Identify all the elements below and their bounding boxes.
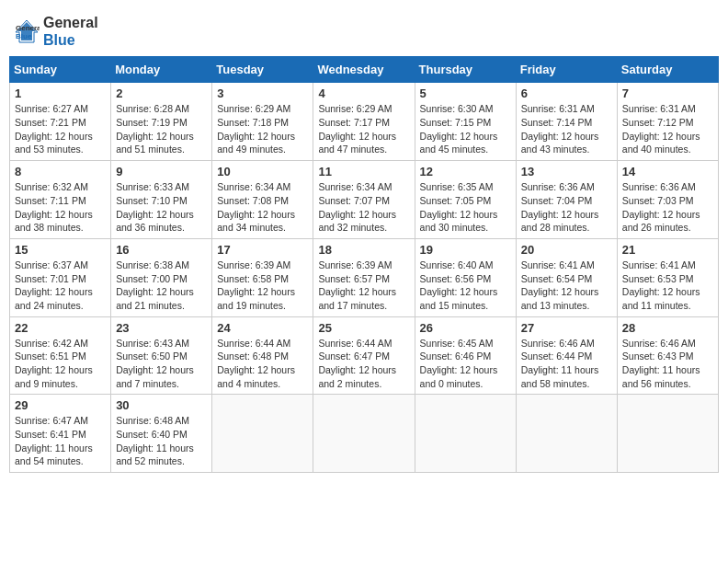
calendar-week-3: 15 Sunrise: 6:37 AM Sunset: 7:01 PM Dayl… (10, 238, 719, 316)
sunset-text: Sunset: 7:04 PM (521, 195, 593, 206)
day-info: Sunrise: 6:29 AM Sunset: 7:17 PM Dayligh… (318, 102, 409, 156)
daylight-text: Daylight: 12 hours and 24 minutes. (15, 286, 93, 311)
sunset-text: Sunset: 7:15 PM (420, 117, 492, 128)
sunrise-text: Sunrise: 6:47 AM (15, 415, 88, 426)
sunrise-text: Sunrise: 6:45 AM (420, 338, 494, 349)
calendar-cell: 20 Sunrise: 6:41 AM Sunset: 6:54 PM Dayl… (516, 238, 617, 316)
sunrise-text: Sunrise: 6:29 AM (217, 103, 290, 114)
day-number: 19 (420, 243, 511, 257)
day-number: 16 (116, 243, 207, 257)
daylight-text: Daylight: 12 hours and 17 minutes. (318, 286, 396, 311)
sunrise-text: Sunrise: 6:34 AM (217, 181, 290, 192)
day-info: Sunrise: 6:36 AM Sunset: 7:03 PM Dayligh… (622, 180, 713, 235)
day-number: 6 (521, 86, 612, 100)
sunrise-text: Sunrise: 6:36 AM (521, 181, 595, 192)
daylight-text: Daylight: 12 hours and 15 minutes. (420, 286, 498, 311)
day-header-thursday: Thursday (415, 57, 516, 83)
day-info: Sunrise: 6:47 AM Sunset: 6:41 PM Dayligh… (15, 414, 106, 468)
calendar-cell: 11 Sunrise: 6:34 AM Sunset: 7:07 PM Dayl… (313, 161, 415, 239)
calendar-cell: 21 Sunrise: 6:41 AM Sunset: 6:53 PM Dayl… (617, 238, 718, 316)
day-header-friday: Friday (516, 57, 617, 83)
day-info: Sunrise: 6:27 AM Sunset: 7:21 PM Dayligh… (15, 102, 106, 156)
sunrise-text: Sunrise: 6:27 AM (15, 103, 88, 114)
day-info: Sunrise: 6:29 AM Sunset: 7:18 PM Dayligh… (217, 102, 308, 156)
daylight-text: Daylight: 12 hours and 11 minutes. (622, 286, 700, 311)
daylight-text: Daylight: 12 hours and 47 minutes. (318, 131, 396, 155)
daylight-text: Daylight: 12 hours and 19 minutes. (217, 286, 295, 311)
daylight-text: Daylight: 12 hours and 21 minutes. (116, 286, 194, 311)
day-number: 11 (318, 165, 409, 178)
day-header-sunday: Sunday (10, 57, 111, 83)
calendar-cell: 22 Sunrise: 6:42 AM Sunset: 6:51 PM Dayl… (10, 316, 111, 395)
sunset-text: Sunset: 6:53 PM (622, 273, 694, 284)
day-info: Sunrise: 6:46 AM Sunset: 6:43 PM Dayligh… (622, 337, 713, 391)
calendar-week-2: 8 Sunrise: 6:32 AM Sunset: 7:11 PM Dayli… (10, 161, 719, 239)
sunrise-text: Sunrise: 6:35 AM (420, 181, 494, 192)
sunrise-text: Sunrise: 6:39 AM (217, 259, 290, 270)
daylight-text: Daylight: 12 hours and 30 minutes. (420, 209, 498, 234)
sunrise-text: Sunrise: 6:38 AM (116, 259, 189, 270)
day-info: Sunrise: 6:44 AM Sunset: 6:48 PM Dayligh… (217, 337, 308, 391)
sunset-text: Sunset: 7:18 PM (217, 117, 289, 128)
day-info: Sunrise: 6:44 AM Sunset: 6:47 PM Dayligh… (318, 337, 409, 391)
sunrise-text: Sunrise: 6:30 AM (420, 103, 494, 114)
sunrise-text: Sunrise: 6:31 AM (521, 103, 595, 114)
calendar-cell: 2 Sunrise: 6:28 AM Sunset: 7:19 PM Dayli… (111, 83, 212, 161)
day-info: Sunrise: 6:41 AM Sunset: 6:54 PM Dayligh… (521, 259, 612, 313)
sunset-text: Sunset: 6:46 PM (420, 350, 492, 362)
day-number: 28 (622, 321, 713, 335)
day-info: Sunrise: 6:48 AM Sunset: 6:40 PM Dayligh… (116, 414, 207, 468)
day-number: 13 (521, 165, 612, 178)
logo-icon: General Blue (14, 18, 40, 44)
sunset-text: Sunset: 6:58 PM (217, 273, 289, 284)
sunrise-text: Sunrise: 6:44 AM (217, 338, 290, 349)
calendar-cell: 18 Sunrise: 6:39 AM Sunset: 6:57 PM Dayl… (313, 238, 415, 316)
calendar-cell: 12 Sunrise: 6:35 AM Sunset: 7:05 PM Dayl… (415, 161, 516, 239)
sunrise-text: Sunrise: 6:44 AM (318, 338, 392, 349)
day-number: 7 (622, 86, 713, 100)
calendar-cell: 8 Sunrise: 6:32 AM Sunset: 7:11 PM Dayli… (10, 161, 111, 239)
day-info: Sunrise: 6:31 AM Sunset: 7:12 PM Dayligh… (622, 102, 713, 156)
daylight-text: Daylight: 12 hours and 34 minutes. (217, 209, 295, 234)
day-number: 17 (217, 243, 308, 257)
day-number: 22 (15, 321, 106, 335)
daylight-text: Daylight: 12 hours and 40 minutes. (622, 131, 700, 155)
day-number: 14 (622, 165, 713, 178)
day-number: 3 (217, 86, 308, 100)
day-info: Sunrise: 6:46 AM Sunset: 6:44 PM Dayligh… (521, 337, 612, 391)
sunrise-text: Sunrise: 6:39 AM (318, 259, 392, 270)
day-info: Sunrise: 6:30 AM Sunset: 7:15 PM Dayligh… (420, 102, 511, 156)
day-number: 27 (521, 321, 612, 335)
sunset-text: Sunset: 6:51 PM (15, 350, 86, 362)
sunrise-text: Sunrise: 6:29 AM (318, 103, 392, 114)
sunset-text: Sunset: 7:17 PM (318, 117, 390, 128)
sunrise-text: Sunrise: 6:41 AM (521, 259, 595, 270)
daylight-text: Daylight: 11 hours and 54 minutes. (15, 442, 93, 467)
daylight-text: Daylight: 12 hours and 51 minutes. (116, 131, 194, 155)
day-number: 25 (318, 321, 409, 335)
daylight-text: Daylight: 12 hours and 9 minutes. (15, 364, 93, 389)
day-info: Sunrise: 6:28 AM Sunset: 7:19 PM Dayligh… (116, 102, 207, 156)
calendar-cell: 13 Sunrise: 6:36 AM Sunset: 7:04 PM Dayl… (516, 161, 617, 239)
sunrise-text: Sunrise: 6:48 AM (116, 415, 189, 426)
daylight-text: Daylight: 12 hours and 13 minutes. (521, 286, 599, 311)
calendar-cell: 1 Sunrise: 6:27 AM Sunset: 7:21 PM Dayli… (10, 83, 111, 161)
daylight-text: Daylight: 12 hours and 7 minutes. (116, 364, 194, 389)
sunset-text: Sunset: 6:54 PM (521, 273, 593, 284)
calendar-cell: 28 Sunrise: 6:46 AM Sunset: 6:43 PM Dayl… (617, 316, 718, 395)
day-number: 29 (15, 398, 106, 412)
daylight-text: Daylight: 12 hours and 49 minutes. (217, 131, 295, 155)
day-header-monday: Monday (111, 57, 212, 83)
calendar-cell: 3 Sunrise: 6:29 AM Sunset: 7:18 PM Dayli… (212, 83, 313, 161)
day-number: 20 (521, 243, 612, 257)
sunset-text: Sunset: 7:19 PM (116, 117, 188, 128)
calendar-cell: 9 Sunrise: 6:33 AM Sunset: 7:10 PM Dayli… (111, 161, 212, 239)
day-info: Sunrise: 6:43 AM Sunset: 6:50 PM Dayligh… (116, 337, 207, 391)
daylight-text: Daylight: 11 hours and 56 minutes. (622, 364, 700, 389)
calendar-cell (313, 395, 415, 473)
header: General Blue General Blue (9, 9, 719, 49)
day-number: 26 (420, 321, 511, 335)
calendar-cell: 7 Sunrise: 6:31 AM Sunset: 7:12 PM Dayli… (617, 83, 718, 161)
daylight-text: Daylight: 12 hours and 26 minutes. (622, 209, 700, 234)
sunset-text: Sunset: 7:12 PM (622, 117, 694, 128)
